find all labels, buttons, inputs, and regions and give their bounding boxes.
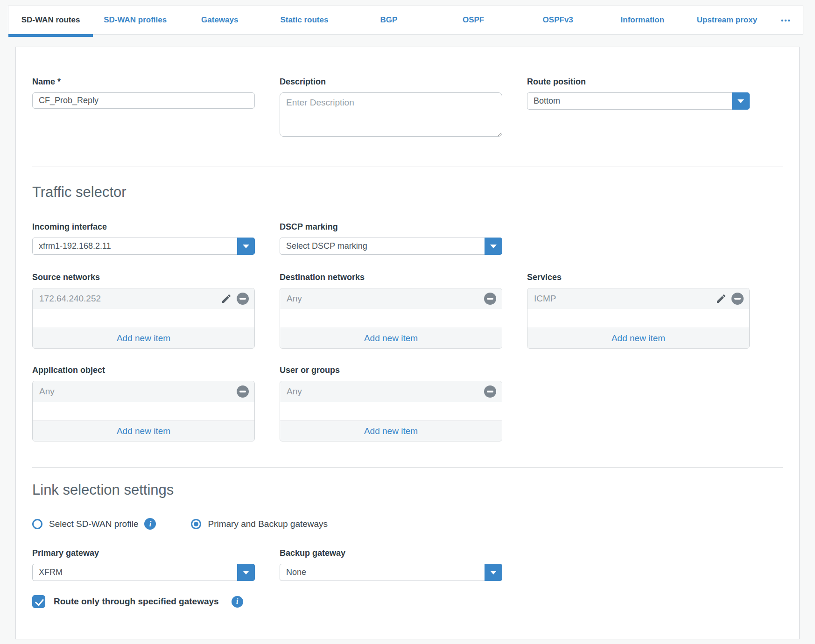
link-selection-title: Link selection settings xyxy=(32,482,783,498)
traffic-selector-title: Traffic selector xyxy=(32,184,783,201)
description-label: Description xyxy=(280,77,502,86)
route-position-label: Route position xyxy=(527,77,750,86)
edit-pencil-icon[interactable] xyxy=(221,293,232,304)
sdwan-route-form-card: Name * Description Route position Bottom… xyxy=(15,47,800,639)
radio-label: Primary and Backup gateways xyxy=(208,519,328,529)
list-item-text: Any xyxy=(39,386,55,397)
incoming-interface-select[interactable]: xfrm1-192.168.2.11 xyxy=(32,238,255,255)
application-object-listbox: Any Add new item xyxy=(32,381,255,441)
route-only-checkbox[interactable] xyxy=(32,595,45,608)
services-label: Services xyxy=(527,273,750,282)
radio-option-sdwan-profile[interactable]: Select SD-WAN profile i xyxy=(32,518,156,530)
dscp-marking-label: DSCP marking xyxy=(280,222,502,231)
user-or-groups-label: User or groups xyxy=(280,365,502,375)
chevron-down-icon[interactable] xyxy=(485,564,502,581)
tab-gateways[interactable]: Gateways xyxy=(177,6,262,34)
section-divider xyxy=(32,467,783,468)
tab-bgp[interactable]: BGP xyxy=(346,6,431,34)
chevron-down-icon[interactable] xyxy=(237,238,255,255)
backup-gateway-select[interactable]: None xyxy=(280,564,502,581)
route-position-value: Bottom xyxy=(534,96,560,106)
dscp-marking-value: Select DSCP marking xyxy=(286,241,367,251)
route-only-label: Route only through specified gateways xyxy=(54,596,219,607)
backup-gateway-label: Backup gateway xyxy=(280,548,502,558)
route-only-row: Route only through specified gateways i xyxy=(32,595,783,608)
tab-sdwan-profiles[interactable]: SD-WAN profiles xyxy=(93,6,177,34)
list-item-text: Any xyxy=(287,294,302,304)
tab-information[interactable]: Information xyxy=(600,6,685,34)
route-position-select[interactable]: Bottom xyxy=(527,92,750,110)
add-new-item-button[interactable]: Add new item xyxy=(33,328,254,348)
remove-item-icon[interactable] xyxy=(731,293,744,305)
radio-option-primary-backup[interactable]: Primary and Backup gateways xyxy=(191,519,328,529)
tab-ospfv3[interactable]: OSPFv3 xyxy=(516,6,600,34)
list-item: Any xyxy=(280,381,502,402)
user-or-groups-listbox: Any Add new item xyxy=(280,381,502,441)
primary-gateway-label: Primary gateway xyxy=(32,548,255,558)
dscp-marking-select[interactable]: Select DSCP marking xyxy=(280,238,502,255)
list-item-text: ICMP xyxy=(534,294,556,304)
remove-item-icon[interactable] xyxy=(237,293,249,305)
incoming-interface-label: Incoming interface xyxy=(32,222,255,231)
chevron-down-icon[interactable] xyxy=(732,92,750,110)
list-item: Any xyxy=(280,288,502,309)
add-new-item-button[interactable]: Add new item xyxy=(527,328,749,348)
incoming-interface-value: xfrm1-192.168.2.11 xyxy=(39,241,111,251)
remove-item-icon[interactable] xyxy=(484,293,496,305)
link-selection-radio-group: Select SD-WAN profile i Primary and Back… xyxy=(32,518,783,530)
add-new-item-button[interactable]: Add new item xyxy=(280,328,502,348)
destination-networks-listbox: Any Add new item xyxy=(280,288,502,349)
source-networks-label: Source networks xyxy=(32,273,255,282)
primary-gateway-select[interactable]: XFRM xyxy=(32,564,255,581)
tab-static-routes[interactable]: Static routes xyxy=(262,6,346,34)
section-divider xyxy=(32,167,783,167)
edit-pencil-icon[interactable] xyxy=(716,293,727,304)
list-item: Any xyxy=(33,381,254,402)
more-tabs-icon[interactable]: ••• xyxy=(769,6,803,34)
name-label: Name * xyxy=(32,77,255,86)
services-listbox: ICMP Add new item xyxy=(527,288,750,349)
info-icon[interactable]: i xyxy=(232,596,243,608)
add-new-item-button[interactable]: Add new item xyxy=(280,420,502,441)
radio-button-icon[interactable] xyxy=(32,519,42,529)
chevron-down-icon[interactable] xyxy=(485,238,502,255)
remove-item-icon[interactable] xyxy=(484,385,496,398)
remove-item-icon[interactable] xyxy=(237,385,249,398)
destination-networks-label: Destination networks xyxy=(280,273,502,282)
chevron-down-icon[interactable] xyxy=(237,564,255,581)
primary-gateway-value: XFRM xyxy=(39,567,63,577)
tab-ospf[interactable]: OSPF xyxy=(431,6,516,34)
backup-gateway-value: None xyxy=(286,567,306,577)
source-networks-listbox: 172.64.240.252 Add new item xyxy=(32,288,255,349)
list-item-text: 172.64.240.252 xyxy=(39,294,101,304)
tab-bar: SD-WAN routes SD-WAN profiles Gateways S… xyxy=(8,6,803,35)
list-item-text: Any xyxy=(287,386,302,397)
info-icon[interactable]: i xyxy=(144,518,156,530)
tab-upstream-proxy[interactable]: Upstream proxy xyxy=(685,6,769,34)
list-item: 172.64.240.252 xyxy=(33,288,254,309)
radio-button-icon[interactable] xyxy=(191,519,201,529)
application-object-label: Application object xyxy=(32,365,255,375)
add-new-item-button[interactable]: Add new item xyxy=(33,420,254,441)
description-input[interactable] xyxy=(280,92,502,137)
tab-sdwan-routes[interactable]: SD-WAN routes xyxy=(8,6,93,34)
name-input[interactable] xyxy=(32,92,255,109)
list-item: ICMP xyxy=(527,288,749,309)
radio-label: Select SD-WAN profile xyxy=(49,519,138,529)
